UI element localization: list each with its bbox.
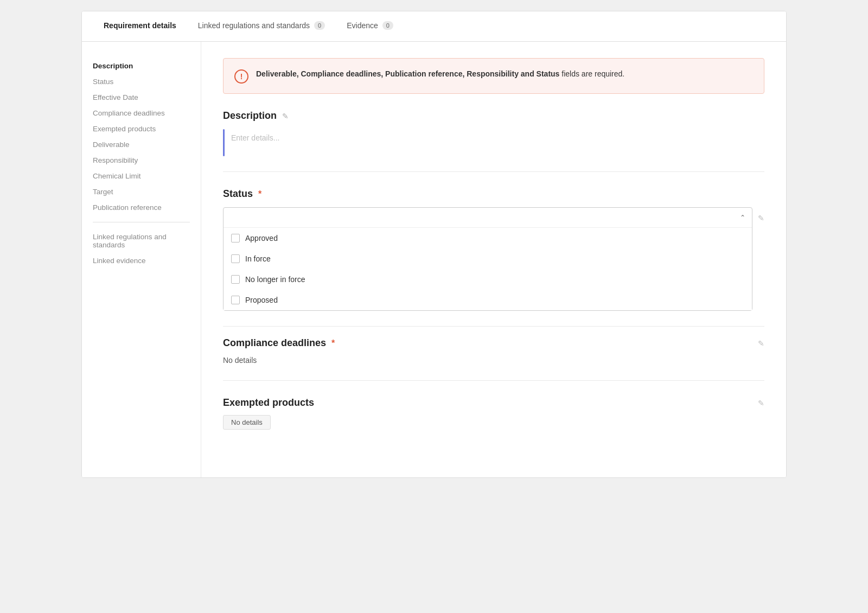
dropdown-option-approved[interactable]: Approved bbox=[224, 228, 752, 248]
status-dropdown-header[interactable]: ⌃ bbox=[224, 208, 752, 228]
description-left-border bbox=[223, 129, 225, 156]
sidebar-item-deliverable[interactable]: Deliverable bbox=[93, 137, 190, 152]
status-required-star: * bbox=[258, 189, 261, 199]
status-dropdown[interactable]: ⌃ Approved In force bbox=[223, 207, 752, 311]
sidebar-item-exempted-products[interactable]: Exempted products bbox=[93, 121, 190, 137]
sidebar-item-compliance-deadlines[interactable]: Compliance deadlines bbox=[93, 105, 190, 121]
exempted-section-header: Exempted products bbox=[223, 397, 314, 408]
tab-linked-regulations[interactable]: Linked regulations and standards 0 bbox=[187, 11, 336, 41]
description-section-header: Description ✎ bbox=[223, 110, 764, 122]
checkbox-in-force[interactable] bbox=[231, 254, 240, 263]
chevron-up-icon: ⌃ bbox=[740, 214, 745, 221]
status-section-header: Status* bbox=[223, 188, 764, 200]
sidebar-item-linked-evidence[interactable]: Linked evidence bbox=[93, 253, 190, 269]
status-title: Status bbox=[223, 188, 253, 200]
main-content: ! Deliverable, Compliance deadlines, Pub… bbox=[201, 42, 786, 477]
sidebar-item-target[interactable]: Target bbox=[93, 184, 190, 200]
evidence-badge: 0 bbox=[382, 21, 393, 30]
description-input-area: Enter details... bbox=[223, 129, 764, 156]
compliance-required-star: * bbox=[331, 339, 335, 348]
tab-bar: Requirement details Linked regulations a… bbox=[82, 11, 786, 42]
status-section: Status* ⌃ Approved bbox=[223, 188, 764, 327]
compliance-header-row: Compliance deadlines* ✎ bbox=[223, 337, 764, 349]
status-search-input[interactable] bbox=[230, 213, 740, 222]
description-edit-icon[interactable]: ✎ bbox=[282, 112, 289, 120]
tab-evidence[interactable]: Evidence 0 bbox=[336, 11, 404, 41]
sidebar-item-effective-date[interactable]: Effective Date bbox=[93, 90, 190, 105]
alert-icon: ! bbox=[234, 69, 248, 84]
exempted-no-details: No details bbox=[223, 415, 271, 430]
exempted-section: Exempted products ✎ No details bbox=[223, 397, 764, 445]
description-title: Description bbox=[223, 110, 277, 122]
compliance-no-details: No details bbox=[223, 356, 257, 365]
alert-text: Deliverable, Compliance deadlines, Publi… bbox=[256, 68, 624, 80]
tab-requirement-details[interactable]: Requirement details bbox=[93, 11, 187, 41]
dropdown-option-no-longer-in-force[interactable]: No longer in force bbox=[224, 269, 752, 290]
linked-regulations-badge: 0 bbox=[314, 21, 325, 30]
compliance-section: Compliance deadlines* ✎ No details bbox=[223, 337, 764, 381]
compliance-title: Compliance deadlines bbox=[223, 337, 326, 349]
sidebar-divider bbox=[93, 222, 190, 222]
dropdown-option-in-force[interactable]: In force bbox=[224, 248, 752, 269]
dropdown-options: Approved In force No longer in force bbox=[224, 228, 752, 310]
sidebar-item-status[interactable]: Status bbox=[93, 74, 190, 90]
status-dropdown-wrapper: ⌃ Approved In force bbox=[223, 207, 764, 311]
content-area: Description Status Effective Date Compli… bbox=[82, 42, 786, 477]
status-edit-icon[interactable]: ✎ bbox=[758, 214, 764, 222]
description-placeholder[interactable]: Enter details... bbox=[231, 129, 280, 156]
exempted-header-row: Exempted products ✎ bbox=[223, 397, 764, 408]
exempted-title: Exempted products bbox=[223, 397, 314, 408]
sidebar-item-description[interactable]: Description bbox=[93, 58, 190, 74]
checkbox-no-longer-in-force[interactable] bbox=[231, 275, 240, 284]
sidebar-item-linked-regulations[interactable]: Linked regulations and standards bbox=[93, 229, 190, 253]
alert-box: ! Deliverable, Compliance deadlines, Pub… bbox=[223, 58, 764, 94]
sidebar: Description Status Effective Date Compli… bbox=[82, 42, 201, 477]
exempted-edit-icon[interactable]: ✎ bbox=[758, 399, 764, 407]
dropdown-option-proposed[interactable]: Proposed bbox=[224, 290, 752, 310]
checkbox-proposed[interactable] bbox=[231, 296, 240, 304]
checkbox-approved[interactable] bbox=[231, 234, 240, 242]
compliance-edit-icon[interactable]: ✎ bbox=[758, 339, 764, 348]
main-container: Requirement details Linked regulations a… bbox=[81, 11, 787, 478]
sidebar-item-chemical-limit[interactable]: Chemical Limit bbox=[93, 168, 190, 184]
description-section: Description ✎ Enter details... bbox=[223, 110, 764, 172]
sidebar-item-responsibility[interactable]: Responsibility bbox=[93, 152, 190, 168]
sidebar-item-publication-reference[interactable]: Publication reference bbox=[93, 200, 190, 215]
compliance-section-header: Compliance deadlines* bbox=[223, 337, 335, 349]
alert-required-fields: Deliverable, Compliance deadlines, Publi… bbox=[256, 69, 559, 78]
